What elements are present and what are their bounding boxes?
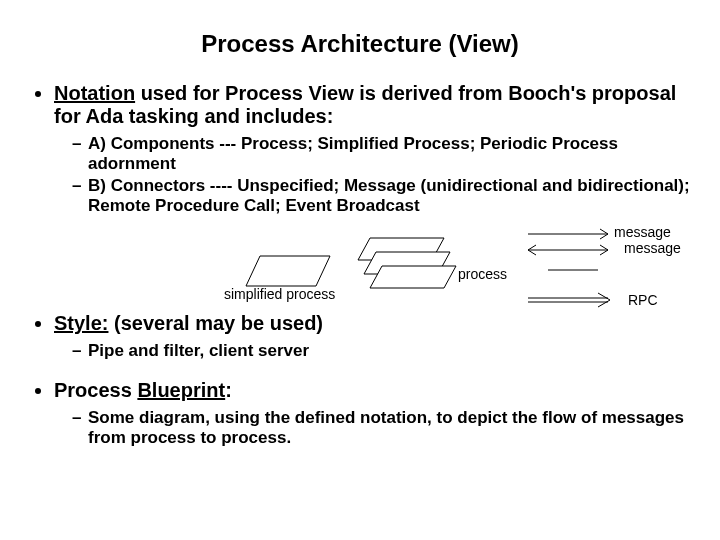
style-sublist: Pipe and filter, client server [54, 341, 692, 361]
slide: Process Architecture (View) Notation use… [0, 0, 720, 540]
bullet-notation: Notation used for Process View is derive… [54, 82, 692, 216]
label-process: process [458, 266, 507, 282]
blueprint-sublist: Some diagram, using the defined notation… [54, 408, 692, 448]
label-rpc: RPC [628, 292, 658, 308]
label-message-2: message [624, 240, 681, 256]
style-sub-a: Pipe and filter, client server [72, 341, 692, 361]
notation-sublist: A) Components --- Process; Simplified Pr… [54, 134, 692, 216]
blueprint-pre: Process [54, 379, 137, 401]
spacer [28, 365, 692, 379]
rpc-arrow [528, 293, 610, 307]
blueprint-colon: : [225, 379, 232, 401]
message-uni-arrow [528, 229, 608, 239]
process-shape [358, 238, 456, 288]
style-word: Style: [54, 312, 108, 334]
bullet-list: Notation used for Process View is derive… [28, 82, 692, 216]
simplified-process-shape [246, 256, 330, 286]
bullet-list-2: Style: (several may be used) Pipe and fi… [28, 312, 692, 361]
message-bi-arrow [528, 245, 608, 255]
slide-title: Process Architecture (View) [28, 30, 692, 58]
notation-sub-a: A) Components --- Process; Simplified Pr… [72, 134, 692, 174]
bullet-blueprint: Process Blueprint: Some diagram, using t… [54, 379, 692, 448]
bullet-style: Style: (several may be used) Pipe and fi… [54, 312, 692, 361]
blueprint-word: Blueprint [137, 379, 225, 401]
svg-marker-0 [246, 256, 330, 286]
notation-word: Notation [54, 82, 135, 104]
diagram-svg [28, 220, 688, 312]
blueprint-sub-a: Some diagram, using the defined notation… [72, 408, 692, 448]
notation-diagram: simplified process process message messa… [28, 220, 692, 312]
notation-rest: used for Process View is derived from Bo… [54, 82, 676, 127]
style-rest: (several may be used) [108, 312, 323, 334]
label-simplified-process: simplified process [224, 286, 335, 302]
notation-sub-b: B) Connectors ---- Unspecified; Message … [72, 176, 692, 216]
bullet-list-3: Process Blueprint: Some diagram, using t… [28, 379, 692, 448]
label-message-1: message [614, 224, 671, 240]
svg-marker-3 [370, 266, 456, 288]
